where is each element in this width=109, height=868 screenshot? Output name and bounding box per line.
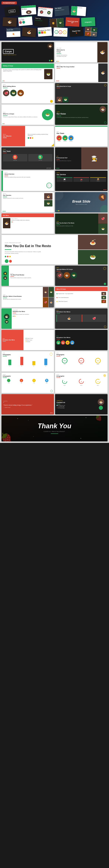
slide-how-eat-resto[interactable]: Guide How You Do Eat In The Resto Step b… bbox=[55, 214, 108, 234]
break-title: Break Slide bbox=[72, 200, 90, 203]
slide-row-5: Mission Our Mission We are committed to … bbox=[1, 126, 108, 146]
how-eat-big-title: How You Do Eat in The Resto bbox=[5, 244, 75, 248]
slides-section: Coryo FOOD RESTAURANT 🍜 Welcome Welcome … bbox=[0, 41, 109, 443]
slide-our-vision[interactable]: Vision Our Vision To become the most bel… bbox=[55, 104, 108, 125]
slide-infographic-2[interactable]: Data Infographic 75% Food 60% Service bbox=[55, 351, 108, 372]
slide-what-must-eat[interactable]: Menu What Must Eat In Coryo 🍝 🥗 bbox=[55, 83, 108, 103]
intro-menu-1-title: Introduce Our Menu bbox=[13, 311, 53, 312]
slide-our-service-1[interactable]: Service Our Service 🍽️ Dine In 🚗 Drive bbox=[55, 170, 108, 191]
slide-professional-chef[interactable]: Chef Professional Chef Expert culinary s… bbox=[55, 147, 108, 169]
our-service-2-title: Our Service bbox=[3, 194, 44, 196]
slide-history[interactable]: History of Coryo The history of Coryo re… bbox=[1, 64, 54, 82]
slide-row-1: Coryo FOOD RESTAURANT 🍜 Welcome Welcome … bbox=[1, 42, 108, 62]
infographic-icon-3: 3 bbox=[95, 379, 101, 384]
special-menu-title: Special Menu Of Coryo bbox=[57, 269, 106, 270]
best-selling-title: Best Selling Menu bbox=[3, 86, 52, 87]
best-review-title: The Best Food Review bbox=[10, 274, 52, 276]
header-banner: POWERPOINT Coryo Our Menu 🍜 Best Selling… bbox=[0, 0, 109, 41]
slide-row-16: Quote " "Food is not just eating energy.… bbox=[1, 394, 108, 414]
our-menu-title: Our Menu bbox=[3, 215, 9, 216]
slide-our-mission[interactable]: Mission Our Mission We are committed to … bbox=[1, 126, 54, 146]
slide-our-team-2[interactable]: Staff Our Team 👨‍🍳 Head Chef 👩‍🍳 Sous Ch… bbox=[1, 147, 54, 169]
slide-row-final: 🍓 🍓 Thank You CORYO RESTAURANT bbox=[1, 415, 108, 441]
slide-how-write[interactable]: Guide How Do I Write A Food Review Tips … bbox=[1, 287, 54, 307]
slide-what-is-coryo[interactable]: About What is a Coryo A Coryo is a uniqu… bbox=[1, 104, 54, 125]
svg-text:2: 2 bbox=[81, 381, 82, 382]
infographic-4-title: Infographic bbox=[56, 375, 106, 377]
slide-row-3: Menu Best Selling Menu 🥩 🥗 🍜 Menu bbox=[1, 83, 108, 103]
our-team-title: Our Team bbox=[57, 132, 106, 134]
slide-row-15: Stats Infographic 🌿 Fresh 🔥 Hot bbox=[1, 373, 108, 393]
slide-quote[interactable]: Quote " "Food is not just eating energy.… bbox=[1, 394, 54, 414]
svg-text:1: 1 bbox=[64, 381, 65, 382]
menu-coryo-title: Menu Of Coryo bbox=[57, 288, 66, 290]
slide-introduce-menu-4[interactable]: Menu Introduce Our Menu 🥗 🍜 🥩 🍝 bbox=[55, 330, 108, 350]
slide-row-9: Our Menu 🍜 Today's Special Explore our c… bbox=[1, 214, 108, 234]
our-service-1-title: Our Service bbox=[57, 174, 106, 176]
quote-label: Quote bbox=[3, 401, 52, 402]
slide-introduce-menu-1[interactable]: 🍜 🥗 Presentation Introduce Our Menu Pres… bbox=[1, 308, 54, 329]
history-title: History of Coryo bbox=[3, 65, 13, 66]
slide-introduce-menu-2[interactable]: Menu Introduce Our Menu 🍝 🥩 bbox=[55, 308, 108, 329]
infographic-icon-1: 1 bbox=[62, 379, 67, 384]
how-write-title: How Do I Write A Food Review bbox=[3, 296, 42, 297]
prof-chef-title: Professional Chef bbox=[56, 157, 80, 159]
intro-menu-4-title: Introduce Our Menu bbox=[56, 337, 106, 339]
slide-special-menu[interactable]: Menu Special Menu Of Coryo 🥩 🍜 🥗 bbox=[55, 266, 108, 286]
slide-best-selling[interactable]: Menu Best Selling Menu 🥩 🥗 🍜 bbox=[1, 83, 54, 103]
slide-row-7: Service About Service Delivering excepti… bbox=[1, 170, 108, 191]
slide-how-eat-big[interactable]: Our Presentation How You Do Eat in The R… bbox=[1, 235, 108, 265]
slide-contact[interactable]: Contact us Contact us 📧 hello@coryo.com … bbox=[55, 394, 108, 414]
contact-label: Contact us bbox=[57, 400, 98, 401]
slide-thank-you[interactable]: 🍓 🍓 Thank You CORYO RESTAURANT bbox=[1, 415, 108, 441]
our-vision-title: Our Vision bbox=[57, 113, 106, 115]
thank-you-title: Thank You bbox=[38, 422, 71, 430]
how-eat-resto-title: How You Do Eat In The Resto bbox=[56, 222, 97, 224]
slide-about-service[interactable]: Service About Service Delivering excepti… bbox=[1, 170, 54, 191]
slide-best-food-review[interactable]: 🌟 🍜 Review The Best Food Review Read aut… bbox=[1, 266, 54, 286]
our-mission-title: Our Mission bbox=[3, 135, 24, 137]
slide-break[interactable]: 🍕 Break Slide Take a moment to relax bbox=[55, 192, 108, 212]
what-eat-title: What Must Eat In Coryo bbox=[57, 86, 106, 87]
powerpoint-badge: POWERPOINT bbox=[1, 1, 17, 4]
slide-row-11: Guide How Do I Write A Food Review Tips … bbox=[1, 287, 108, 307]
slide-our-menu[interactable]: Our Menu 🍜 Today's Special Explore our c… bbox=[1, 214, 54, 234]
slide-row-big: Our Presentation How You Do Eat in The R… bbox=[1, 235, 108, 265]
slide-coryo-title[interactable]: Coryo FOOD RESTAURANT 🍜 bbox=[1, 42, 54, 62]
slide-our-service-2[interactable]: Service Our Service Quality food service… bbox=[1, 192, 54, 212]
svg-text:3: 3 bbox=[98, 381, 99, 382]
page-container: POWERPOINT Coryo Our Menu 🍜 Best Selling… bbox=[0, 0, 109, 443]
slide-row-2: History of Coryo The history of Coryo re… bbox=[1, 64, 108, 82]
slide-row-13: Menu Introduce Our Menu Starter Course M… bbox=[1, 330, 108, 350]
slide-row-8: Service Our Service Quality food service… bbox=[1, 192, 108, 212]
slide-our-team-1[interactable]: Team Our Team 👩 Chef Ana 👨 Chef Bob bbox=[55, 126, 108, 146]
slide-menu-of-coryo[interactable]: Menu Of Coryo Signature Dish - Coryo Spe… bbox=[55, 287, 108, 307]
infographic-3-title: Infographic bbox=[3, 375, 53, 377]
slide-when-coryo[interactable]: History When Was The Coryo Invited 🍜 bbox=[55, 64, 108, 82]
slide-infographic-4[interactable]: Stats Infographic 1 Step 1 bbox=[55, 373, 108, 393]
slide-welcome[interactable]: Welcome Welcome toCoryo Authentic food e… bbox=[55, 42, 108, 62]
infographic-icon-2: 2 bbox=[79, 379, 84, 384]
slide-row-4: About What is a Coryo A Coryo is a uniqu… bbox=[1, 104, 108, 125]
slide-introduce-menu-3[interactable]: Menu Introduce Our Menu Starter Course M… bbox=[1, 330, 54, 350]
intro-menu-2-title: Introduce Our Menu bbox=[56, 311, 106, 313]
slide-row-14: Data Infographic Q1 Q2 bbox=[1, 351, 108, 372]
slide-row-6: Staff Our Team 👨‍🍳 Head Chef 👩‍🍳 Sous Ch… bbox=[1, 147, 108, 169]
slide-infographic-1[interactable]: Data Infographic Q1 Q2 bbox=[1, 351, 54, 372]
infographic-1-title: Infographic bbox=[3, 354, 53, 355]
intro-menu-3-title: Introduce Our Menu bbox=[3, 339, 22, 341]
our-team-2-title: Our Team bbox=[3, 150, 52, 152]
slide-row-10: 🌟 🍜 Review The Best Food Review Read aut… bbox=[1, 266, 108, 286]
about-service-title: About Service bbox=[4, 173, 52, 175]
slide-row-12: 🍜 🥗 Presentation Introduce Our Menu Pres… bbox=[1, 308, 108, 329]
slide-infographic-3[interactable]: Stats Infographic 🌿 Fresh 🔥 Hot bbox=[1, 373, 54, 393]
infographic-2-title: Infographic bbox=[56, 354, 106, 355]
what-is-title: What is a Coryo bbox=[3, 113, 43, 115]
svg-text:🍽️: 🍽️ bbox=[48, 184, 51, 187]
